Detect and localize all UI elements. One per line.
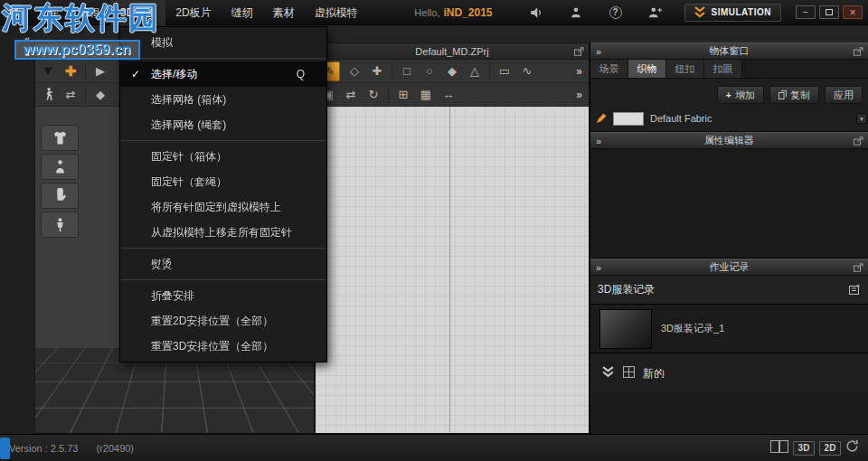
object-window-header[interactable]: » 物体窗口 [590, 42, 868, 60]
menu-item-simulate[interactable]: 模拟 [120, 30, 326, 55]
create-dart-icon[interactable]: △ [467, 62, 483, 80]
menu-item-fold-arrangement[interactable]: 折叠安排 [120, 283, 326, 308]
simulation-button[interactable]: SIMULATION [684, 4, 781, 22]
move-gizmo-icon[interactable]: ✚ [62, 62, 79, 80]
menu-file[interactable]: 文件 [27, 0, 69, 25]
statusbar-right: 3D 2D [770, 439, 859, 456]
popout-window-icon[interactable] [854, 263, 863, 274]
pan-view-icon[interactable]: ⇄ [62, 86, 79, 104]
menu-item-remove-all-pins[interactable]: 从虚拟模特上移走所有固定针 [120, 220, 326, 245]
history-panel-header[interactable]: » 作业记录 [590, 259, 868, 276]
account-icon[interactable] [568, 5, 584, 20]
seam-tool-icon[interactable]: ∿ [519, 62, 535, 80]
tab-buttonhole[interactable]: 扣眼 [704, 60, 742, 78]
gizmo-dropdown-icon[interactable]: ▼ [40, 62, 56, 80]
expand-double-chevron-icon[interactable] [601, 365, 615, 381]
simulation-label: SIMULATION [712, 7, 771, 17]
grid-tool-icon[interactable]: ⊞ [395, 86, 411, 104]
pin-tool-icon[interactable]: ◆ [92, 86, 108, 104]
menu-separator [121, 279, 326, 280]
popout-window-icon[interactable] [574, 47, 584, 58]
select-tool-icon[interactable]: ▶ [92, 62, 108, 80]
menu-item-select-mesh-lasso[interactable]: 选择网格 (绳套) [120, 112, 326, 137]
flip-tool-icon[interactable]: ⇄ [343, 86, 359, 104]
popout-window-icon[interactable] [854, 136, 863, 147]
menu-edit[interactable]: 编辑 [69, 0, 110, 25]
menu-item-reset-2d-arrangement[interactable]: 重置2D安排位置（全部） [120, 308, 326, 334]
menu-item-pin-lasso[interactable]: 固定针（套绳） [120, 169, 326, 194]
garment-display-button[interactable] [41, 125, 79, 151]
create-polygon-icon[interactable]: ◆ [444, 62, 460, 80]
avatar-walk-icon[interactable] [40, 86, 56, 104]
copy-fabric-button[interactable]: 复制 [769, 86, 819, 104]
edit-curvature-icon[interactable]: ◇ [346, 62, 363, 80]
measure-tool-icon[interactable]: ↔ [440, 86, 457, 104]
trace-tool-icon[interactable]: ▭ [496, 62, 513, 80]
tab-button[interactable]: 纽扣 [666, 60, 704, 78]
toolbar-overflow-icon[interactable]: » [576, 89, 584, 101]
new-record-grid-icon[interactable] [623, 365, 635, 381]
view-3d-button[interactable]: 3D [793, 441, 815, 456]
pattern-grid-canvas[interactable] [316, 107, 589, 433]
menu-3d-garment[interactable]: 3D服装 [110, 0, 165, 25]
toolbar-overflow-icon[interactable]: » [576, 65, 584, 78]
pattern-2d-window[interactable]: Default_MD.ZPrj ✎ ◇ ✚ □ ○ ◆ △ ▭ ∿ » ▣ ⇄ … [315, 42, 590, 434]
help-icon[interactable]: ? [608, 5, 624, 20]
maximize-button[interactable] [819, 5, 839, 19]
collapse-panel-icon[interactable]: » [596, 262, 601, 273]
accessory-display-button[interactable] [41, 183, 79, 209]
menu-item-select-move[interactable]: ✓ 选择/移动 Q [120, 61, 326, 87]
property-editor-header[interactable]: » 属性编辑器 [590, 132, 868, 149]
menu-item-pin-box[interactable]: 固定针（箱体） [120, 144, 326, 169]
menu-avatar[interactable]: 虚拟模特 [305, 0, 368, 25]
fabric-list-item[interactable]: Default Fabric ▼ [590, 106, 868, 132]
menu-sewing[interactable]: 缝纫 [222, 0, 263, 25]
copy-icon [778, 90, 787, 99]
edit-fabric-icon[interactable] [596, 113, 607, 124]
pattern-toolbar-row1: ✎ ◇ ✚ □ ○ ◆ △ ▭ ∿ » [316, 60, 589, 83]
scroll-down-icon[interactable]: ▼ [856, 113, 867, 124]
avatar-display-button[interactable] [41, 154, 79, 180]
view-2d-button[interactable]: 2D [819, 441, 841, 456]
record-type-label: 3D服装记录 [598, 282, 655, 297]
dock-expand-icon[interactable]: « [24, 48, 30, 59]
add-record-icon[interactable] [849, 282, 861, 298]
new-record-row[interactable]: 新的 [590, 353, 868, 393]
invite-user-icon[interactable] [647, 5, 664, 20]
history-record-item[interactable]: 3D服装记录_1 [590, 305, 868, 353]
pose-display-button[interactable] [41, 212, 79, 238]
create-circle-icon[interactable]: ○ [421, 62, 438, 80]
tab-fabric[interactable]: 织物 [628, 60, 666, 78]
collapse-panel-icon[interactable]: » [596, 46, 601, 57]
collapse-panel-icon[interactable]: » [596, 136, 601, 146]
menu-item-select-mesh-box[interactable]: 选择网格 (箱体) [120, 87, 326, 112]
minimize-button[interactable]: − [796, 5, 816, 19]
menu-2d-pattern[interactable]: 2D板片 [165, 0, 221, 25]
add-point-icon[interactable]: ✚ [369, 62, 385, 80]
refresh-icon[interactable] [845, 439, 859, 456]
sound-icon[interactable] [528, 5, 544, 20]
record-thumbnail[interactable] [599, 309, 652, 349]
add-fabric-button[interactable]: + 增加 [717, 86, 764, 104]
username-text[interactable]: iND_2015 [443, 6, 492, 19]
menu-material[interactable]: 素材 [263, 0, 305, 25]
menu-item-pin-all-to-avatar[interactable]: 将所有针固定到虚拟模特上 [120, 194, 326, 220]
dock-expand-icon[interactable]: « [24, 33, 30, 44]
glove-icon [53, 188, 67, 203]
create-rectangle-icon[interactable]: □ [399, 62, 415, 80]
menu-item-reset-3d-arrangement[interactable]: 重置3D安排位置（全部） [120, 334, 326, 359]
greeting-text: Hello, [414, 7, 439, 18]
tab-scene[interactable]: 场景 [590, 60, 628, 78]
fabric-name: Default Fabric [650, 113, 712, 124]
apply-fabric-button[interactable]: 应用 [825, 86, 863, 104]
split-view-icon[interactable] [770, 440, 788, 456]
shirt-icon [52, 130, 69, 146]
popout-window-icon[interactable] [854, 47, 863, 58]
show-grid-icon[interactable]: ▦ [418, 86, 434, 104]
fabric-color-swatch[interactable] [613, 112, 644, 126]
menu-item-iron[interactable]: 熨烫 [120, 251, 326, 277]
rotate-tool-icon[interactable]: ↻ [365, 86, 382, 104]
app-logo: M [5, 5, 23, 21]
titlebar-right: Hello, iND_2015 ? SIMULATION − × [414, 4, 868, 22]
close-button[interactable]: × [843, 5, 863, 19]
